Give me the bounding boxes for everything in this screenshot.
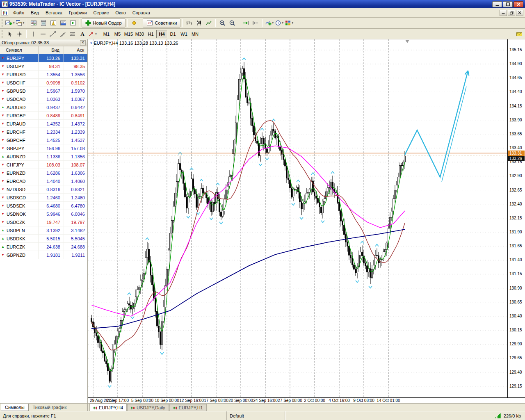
symbol-row-gbpjpy[interactable]: ▼GBPJPY156.96157.08 (0, 144, 87, 153)
menu-item-1[interactable]: Вид (27, 9, 42, 17)
timeframe-m30-button[interactable]: M30 (134, 30, 145, 38)
symbol-row-usdcad[interactable]: ▼USDCAD1.03631.0367 (0, 95, 87, 103)
timeframe-m5-button[interactable]: M5 (112, 30, 123, 38)
symbol-row-eurjpy[interactable]: ▼EURJPY133.26133.31 (0, 54, 87, 62)
chart-mdi-icon[interactable] (2, 10, 8, 16)
timeframe-h1-button[interactable]: H1 (145, 30, 156, 38)
symbol-row-eurczk[interactable]: ▲EURCZK24.63824.688 (0, 243, 87, 251)
market-watch-tab-1[interactable]: Тиковый график (29, 404, 71, 411)
candle-chart-mode-button[interactable] (194, 18, 204, 27)
menu-item-5[interactable]: Окно (112, 9, 129, 17)
symbol-row-euraud[interactable]: ▼EURAUD1.43521.4372 (0, 120, 87, 128)
fibonacci-tool-button[interactable] (68, 30, 78, 39)
symbol-name: USDSGD (7, 194, 26, 202)
child-restore-button[interactable] (508, 10, 515, 16)
zoom-out-button[interactable] (227, 18, 237, 27)
bid-value: 1.0363 (38, 95, 64, 103)
symbol-row-usdsgd[interactable]: ▼USDSGD1.24601.2480 (0, 194, 87, 202)
metaeditor-button[interactable] (129, 18, 139, 27)
crosshair-tool-button[interactable] (15, 30, 25, 39)
symbol-row-gbpnzd[interactable]: ▼GBPNZD1.91811.9211 (0, 251, 87, 259)
symbol-row-audusd[interactable]: ▲AUDUSD0.94370.9442 (0, 103, 87, 112)
column-header-2[interactable]: Аск (64, 46, 87, 54)
navigator-toggle[interactable] (48, 18, 58, 27)
trendline-tool-button[interactable] (48, 30, 58, 39)
templates-button[interactable]: ▾ (284, 18, 294, 27)
new-chart-button[interactable]: ▾ (5, 18, 15, 27)
timeframe-d1-button[interactable]: D1 (167, 30, 178, 38)
column-header-0[interactable]: Символ (0, 48, 38, 52)
cursor-tool-button[interactable] (5, 30, 15, 39)
symbol-row-eurnzd[interactable]: ▼EURNZD1.62861.6306 (0, 169, 87, 177)
bar-chart-mode-button[interactable] (184, 18, 194, 27)
chart-tab-0[interactable]: EURJPY,H4 (89, 404, 127, 411)
chart-tab-bar: EURJPY,H4USDJPY,DailyEURJPY,H1 (88, 403, 525, 411)
menu-item-4[interactable]: Сервис (90, 9, 112, 17)
vertical-line-tool-button[interactable] (28, 30, 38, 39)
profiles-button[interactable]: ▾ (15, 18, 25, 27)
chart-tab-2[interactable]: EURJPY,H1 (169, 404, 207, 411)
one-click-trading-icon[interactable]: ▾ (90, 41, 92, 45)
close-button[interactable] (514, 1, 523, 7)
child-close-icon (518, 11, 521, 14)
expert-advisors-button[interactable]: Советники (143, 18, 181, 27)
symbol-row-usdjpy[interactable]: ▼USDJPY98.3198.35 (0, 62, 87, 71)
chart-tab-1[interactable]: USDJPY,Daily (127, 404, 169, 411)
strategy-tester-toggle[interactable] (68, 18, 78, 27)
symbol-row-eurcad[interactable]: ▼EURCAD1.40401.4060 (0, 177, 87, 185)
symbol-row-usdpln[interactable]: ▲USDPLN3.13923.1482 (0, 226, 87, 235)
symbol-row-usdczk[interactable]: ▼USDCZK19.74719.797 (0, 218, 87, 226)
market-watch-close-button[interactable]: × (80, 40, 86, 46)
toolbar-grip[interactable] (2, 30, 3, 38)
column-header-1[interactable]: Бид (38, 46, 64, 54)
data-window-toggle[interactable] (39, 18, 48, 27)
symbol-row-usdchf[interactable]: ▼USDCHF0.90980.9102 (0, 79, 87, 87)
minimize-button[interactable] (492, 1, 502, 7)
menu-item-2[interactable]: Вставка (42, 9, 66, 17)
auto-scroll-button[interactable] (241, 18, 251, 27)
indicators-button[interactable]: ▾ (264, 18, 274, 27)
symbol-row-gbpchf[interactable]: ▼GBPCHF1.45251.4537 (0, 136, 87, 144)
periods-button[interactable]: ▾ (274, 18, 284, 27)
symbol-row-eurchf[interactable]: ▼EURCHF1.23341.2339 (0, 128, 87, 136)
terminal-toggle[interactable] (58, 18, 68, 27)
menu-item-6[interactable]: Справка (129, 9, 153, 17)
timeframe-m1-button[interactable]: M1 (101, 30, 112, 38)
mailbox-button[interactable] (514, 30, 524, 39)
market-watch-tab-0[interactable]: Символы (1, 404, 29, 411)
price-axis-label: 130.15 (509, 328, 522, 332)
channel-tool-button[interactable] (58, 30, 68, 39)
menu-item-3[interactable]: Графики (66, 9, 90, 17)
price-chart-canvas[interactable] (88, 39, 507, 397)
timeframe-m15-button[interactable]: M15 (123, 30, 134, 38)
timeframe-h4-button[interactable]: H4 (156, 30, 167, 38)
arrows-tool-button[interactable]: ▾ (87, 30, 97, 39)
menu-item-0[interactable]: Файл (10, 9, 27, 17)
text-tool-button[interactable]: A (78, 30, 87, 39)
maximize-button[interactable] (503, 1, 513, 7)
market-watch-toggle[interactable] (29, 18, 39, 27)
symbol-row-eurusd[interactable]: ▼EURUSD1.35541.3556 (0, 71, 87, 79)
child-close-button[interactable] (516, 10, 523, 16)
symbol-row-gbpusd[interactable]: ▼GBPUSD1.59671.5970 (0, 87, 87, 95)
symbol-row-usdnok[interactable]: ▼USDNOK5.99466.0046 (0, 210, 87, 218)
child-minimize-button[interactable] (500, 10, 507, 16)
new-order-button[interactable]: Новый Ордер (82, 18, 126, 27)
chart-shift-button[interactable] (251, 18, 260, 27)
zoom-in-button[interactable] (217, 18, 227, 27)
symbol-row-audnzd[interactable]: ▲AUDNZD1.13361.1356 (0, 153, 87, 161)
status-profile[interactable]: Default (227, 411, 285, 420)
timeframe-mn-button[interactable]: MN (189, 30, 201, 38)
line-chart-mode-button[interactable] (204, 18, 214, 27)
horizontal-line-tool-button[interactable] (38, 30, 48, 39)
toolbar-grip[interactable] (2, 19, 3, 27)
price-axis[interactable]: 135.15134.90134.65134.40134.15133.90133.… (507, 39, 525, 397)
timeframe-w1-button[interactable]: W1 (178, 30, 189, 38)
symbol-row-chfjpy[interactable]: ▼CHFJPY108.03108.07 (0, 161, 87, 169)
symbol-row-usdsek[interactable]: ▼USDSEK6.46806.4780 (0, 202, 87, 210)
symbol-row-eurgbp[interactable]: ▼EURGBP0.84860.8491 (0, 112, 87, 120)
symbol-row-usddkk[interactable]: ▲USDDKK5.50155.5045 (0, 235, 87, 243)
symbol-row-nzdusd[interactable]: ▼NZDUSD0.83160.8321 (0, 185, 87, 194)
time-axis[interactable]: 29 Aug 20132 Sep 17:005 Sep 08:0010 Sep … (88, 397, 525, 403)
chart-plot[interactable]: ▾ EURJPY,H4 133.16 133.28 133.13 133.26 (88, 39, 507, 397)
